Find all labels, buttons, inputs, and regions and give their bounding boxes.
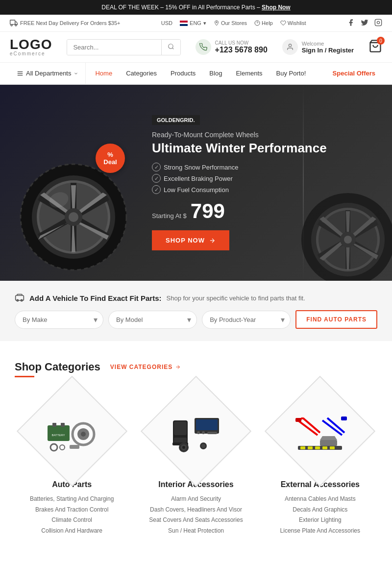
svg-point-7 bbox=[169, 44, 173, 48]
external-link-1[interactable]: Antenna Cables And Masts bbox=[263, 494, 377, 505]
svg-point-2 bbox=[15, 24, 17, 26]
svg-rect-57 bbox=[52, 423, 56, 427]
interior-icon bbox=[169, 411, 223, 452]
logo-text: LOGO bbox=[10, 38, 52, 51]
nav-item-blog[interactable]: Blog bbox=[202, 63, 229, 84]
svg-rect-86 bbox=[341, 416, 347, 420]
view-categories-link[interactable]: VIEW CATEGORIES bbox=[110, 364, 181, 370]
find-auto-parts-button[interactable]: FIND AUTO PARTS bbox=[295, 310, 377, 329]
interior-link-3[interactable]: Seat Covers And Seats Accessories bbox=[139, 515, 253, 526]
logo-sub: eCommerce bbox=[10, 51, 52, 56]
stores-link[interactable]: Our Stores bbox=[214, 20, 247, 26]
external-links: Antenna Cables And Masts Decals And Grap… bbox=[263, 494, 377, 536]
section-title: Shop Categories bbox=[15, 361, 100, 373]
nav-item-categories[interactable]: Categories bbox=[119, 63, 164, 84]
svg-rect-67 bbox=[174, 421, 187, 435]
nav-item-buy-porto[interactable]: Buy Porto! bbox=[270, 63, 313, 84]
search-box bbox=[67, 39, 180, 55]
location-icon bbox=[214, 20, 220, 26]
nav-item-elements[interactable]: Elements bbox=[229, 63, 269, 84]
wishlist-link[interactable]: Wishlist bbox=[280, 20, 306, 26]
svg-point-1 bbox=[11, 24, 12, 26]
svg-point-51 bbox=[344, 236, 352, 244]
nav-item-home[interactable]: Home bbox=[88, 63, 119, 84]
banner-link[interactable]: Shop Now bbox=[262, 4, 291, 11]
make-select[interactable]: By Make bbox=[15, 311, 103, 329]
hero-feature-2: Excellent Braking Power bbox=[152, 174, 327, 183]
auto-link-3[interactable]: Climate Control bbox=[15, 515, 129, 526]
user-section: Welcome Sign In / Register bbox=[282, 39, 354, 55]
logo[interactable]: LOGO eCommerce bbox=[10, 38, 52, 56]
model-select[interactable]: By Model bbox=[108, 311, 197, 329]
interior-link-1[interactable]: Alarm And Security bbox=[139, 494, 253, 505]
twitter-link[interactable] bbox=[361, 19, 368, 27]
facebook-link[interactable] bbox=[347, 19, 355, 27]
hero-feature-1: Strong Snow Performance bbox=[152, 163, 327, 172]
price-label: Starting At $ bbox=[152, 212, 187, 220]
auto-parts-diamond: BATTERY bbox=[17, 376, 127, 487]
help-link[interactable]: Help bbox=[254, 20, 273, 26]
search-button[interactable] bbox=[161, 40, 180, 55]
external-image-container bbox=[291, 402, 349, 461]
hamburger-icon bbox=[17, 70, 24, 77]
vehicle-finder-title: Add A Vehicle To Find Exact Fit Parts: S… bbox=[15, 293, 377, 303]
svg-rect-89 bbox=[300, 446, 305, 449]
hero-feature-3: Low Fuel Consumption bbox=[152, 185, 327, 194]
deal-percent: % bbox=[107, 151, 113, 158]
search-icon bbox=[168, 43, 174, 50]
phone-number[interactable]: +123 5678 890 bbox=[215, 46, 268, 54]
user-icon-svg bbox=[286, 43, 294, 51]
svg-point-79 bbox=[201, 444, 205, 448]
interior-diamond bbox=[141, 376, 251, 487]
brand-tag: GOLDENGRID. bbox=[152, 115, 200, 125]
facebook-icon bbox=[347, 19, 355, 26]
category-auto-parts[interactable]: BATTERY Auto Parts Batteries, Starting A… bbox=[15, 392, 129, 536]
external-icon bbox=[293, 411, 347, 452]
deal-text: Deal bbox=[103, 158, 117, 166]
cart-icon[interactable]: 0 bbox=[368, 39, 382, 55]
vehicle-finder: Add A Vehicle To Find Exact Fit Parts: S… bbox=[0, 281, 392, 341]
svg-point-73 bbox=[202, 431, 205, 434]
shop-categories: Shop Categories VIEW CATEGORIES BATTERY bbox=[0, 341, 392, 556]
price-section: Starting At $ 799 bbox=[152, 201, 327, 221]
category-external[interactable]: External Accessories Antenna Cables And … bbox=[263, 392, 377, 536]
svg-rect-71 bbox=[196, 419, 218, 430]
instagram-link[interactable] bbox=[374, 19, 382, 27]
svg-point-72 bbox=[197, 431, 200, 434]
top-banner: DEAL OF THE WEEK – 15% OFF in All Perfor… bbox=[0, 0, 392, 15]
auto-link-1[interactable]: Batteries, Starting And Charging bbox=[15, 494, 129, 505]
signin-link[interactable]: Sign In / Register bbox=[302, 47, 354, 54]
delivery-info: FREE Next Day Delivery For Orders $35+ bbox=[10, 19, 120, 27]
all-departments[interactable]: All Departments bbox=[10, 63, 86, 84]
search-input[interactable] bbox=[67, 40, 161, 55]
external-link-2[interactable]: Decals And Graphics bbox=[263, 505, 377, 515]
nav-item-special-offers[interactable]: Special Offers bbox=[326, 63, 382, 84]
all-dept-label: All Departments bbox=[26, 70, 71, 77]
hero-section: % Deal bbox=[0, 85, 392, 281]
auto-link-4[interactable]: Collision And Hardware bbox=[15, 526, 129, 537]
shop-now-button[interactable]: SHOP NOW bbox=[152, 230, 229, 250]
category-interior[interactable]: Interior Accessories Alarm And Security … bbox=[139, 392, 253, 536]
interior-link-4[interactable]: Sun / Heat Protection bbox=[139, 526, 253, 537]
delivery-text: FREE Next Day Delivery For Orders $35+ bbox=[20, 20, 120, 26]
interior-link-2[interactable]: Dash Covers, Headliners And Visor bbox=[139, 505, 253, 515]
language-selector[interactable]: ENG ▾ bbox=[180, 20, 206, 26]
year-select[interactable]: By Product-Year bbox=[202, 311, 291, 329]
currency-selector[interactable]: USD bbox=[161, 20, 172, 26]
nav-item-products[interactable]: Products bbox=[164, 63, 202, 84]
second-bar: FREE Next Day Delivery For Orders $35+ U… bbox=[0, 15, 392, 32]
view-all-label: VIEW CATEGORIES bbox=[110, 364, 172, 370]
truck-icon bbox=[10, 19, 18, 27]
svg-rect-87 bbox=[320, 440, 337, 446]
help-icon bbox=[254, 20, 260, 26]
external-diamond bbox=[265, 376, 375, 487]
cart-badge: 0 bbox=[377, 37, 385, 45]
make-select-wrap: By Make bbox=[15, 311, 103, 329]
hero-features: Strong Snow Performance Excellent Brakin… bbox=[152, 163, 327, 194]
heart-icon bbox=[280, 20, 286, 26]
header: LOGO eCommerce CALL US NOW +123 5678 890… bbox=[0, 32, 392, 63]
external-link-3[interactable]: Exterior Lighting bbox=[263, 515, 377, 526]
external-link-4[interactable]: License Plate And Accessories bbox=[263, 526, 377, 537]
auto-link-2[interactable]: Brakes And Traction Control bbox=[15, 505, 129, 515]
shop-btn-label: SHOP NOW bbox=[166, 237, 205, 244]
